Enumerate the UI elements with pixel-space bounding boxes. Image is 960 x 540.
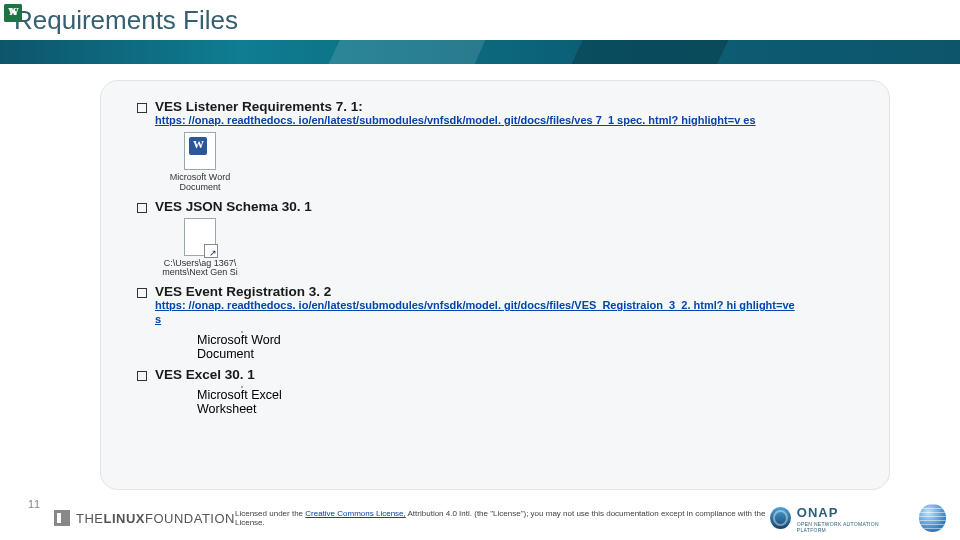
linux-foundation-logo: THELINUXFOUNDATION	[54, 510, 235, 526]
item-link[interactable]: https: //onap. readthedocs. io/en/latest…	[155, 299, 795, 327]
lf-mark-icon	[54, 510, 70, 526]
partner-logos: ONAP OPEN NETWORK AUTOMATION PLATFORM	[770, 503, 946, 533]
list-item: VES Event Registration 3. 2 https: //ona…	[137, 284, 867, 361]
embedded-object[interactable]: C:\Users\ag 1367\ ments\Next Gen Si	[155, 218, 245, 279]
header-band	[0, 40, 960, 64]
onap-wordmark: ONAP	[797, 505, 839, 520]
license-link[interactable]: Creative Commons License,	[305, 509, 405, 518]
item-heading: VES Event Registration 3. 2	[155, 284, 331, 299]
title-bar: Requirements Files	[0, 0, 960, 40]
onap-mark-icon	[770, 507, 791, 529]
bullet-icon	[137, 103, 147, 113]
embedded-object[interactable]: Microsoft Excel Worksheet	[197, 386, 287, 416]
item-link[interactable]: https: //onap. readthedocs. io/en/latest…	[155, 114, 795, 128]
list-item: VES JSON Schema 30. 1 C:\Users\ag 1367\ …	[137, 199, 867, 279]
item-heading: VES Excel 30. 1	[155, 367, 255, 382]
embed-caption: C:\Users\ag 1367\ ments\Next Gen Si	[162, 259, 238, 279]
footer: THELINUXFOUNDATION Licensed under the Cr…	[0, 496, 960, 540]
att-globe-icon	[919, 504, 946, 532]
license-prefix: Licensed under the	[235, 509, 305, 518]
file-shortcut-icon	[184, 218, 216, 256]
word-document-icon	[184, 132, 216, 170]
onap-tagline: OPEN NETWORK AUTOMATION PLATFORM	[797, 521, 904, 533]
bullet-icon	[137, 288, 147, 298]
lf-wordmark: THELINUXFOUNDATION	[76, 511, 235, 526]
item-heading: VES Listener Requirements 7. 1:	[155, 99, 363, 114]
bullet-icon	[137, 371, 147, 381]
embed-caption: Microsoft Word Document	[197, 333, 287, 361]
item-heading: VES JSON Schema 30. 1	[155, 199, 312, 214]
content-panel: VES Listener Requirements 7. 1: https: /…	[100, 80, 890, 490]
embed-caption: Microsoft Word Document	[170, 173, 230, 193]
embedded-object[interactable]: Microsoft Word Document	[197, 331, 287, 361]
page-title: Requirements Files	[14, 5, 238, 36]
list-item: VES Excel 30. 1 Microsoft Excel Workshee…	[137, 367, 867, 416]
embedded-object[interactable]: Microsoft Word Document	[155, 132, 245, 193]
bullet-icon	[137, 203, 147, 213]
license-text: Licensed under the Creative Commons Lice…	[235, 509, 770, 527]
embed-caption: Microsoft Excel Worksheet	[197, 388, 287, 416]
onap-logo: ONAP OPEN NETWORK AUTOMATION PLATFORM	[770, 503, 903, 533]
list-item: VES Listener Requirements 7. 1: https: /…	[137, 99, 867, 193]
